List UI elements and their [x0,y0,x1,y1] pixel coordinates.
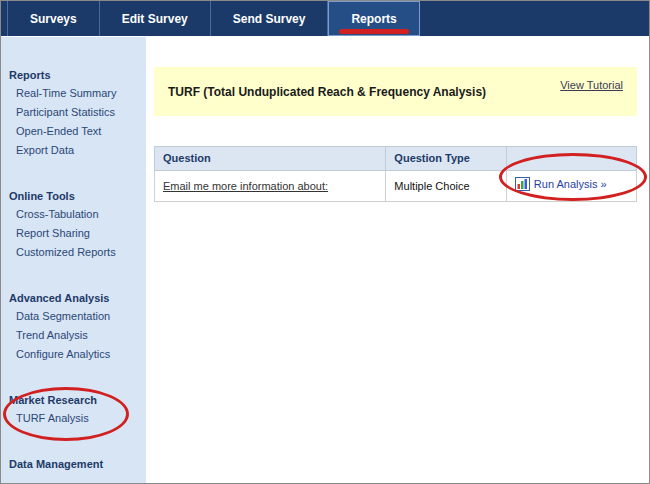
sidebar-section-market-research: Market Research TURF Analysis [1,392,146,428]
sidebar-item-export-data[interactable]: Export Data [1,141,146,160]
view-tutorial-link[interactable]: View Tutorial [560,79,623,91]
sidebar-heading-online-tools: Online Tools [1,188,146,205]
tab-edit-survey-label: Edit Survey [122,12,188,26]
table-row: Email me more information about: Multipl… [155,171,637,202]
sidebar-section-advanced-analysis: Advanced Analysis Data Segmentation Tren… [1,290,146,364]
question-type-cell: Multiple Choice [386,171,507,202]
sidebar-heading-advanced-analysis: Advanced Analysis [1,290,146,307]
main-content: TURF (Total Unduplicated Reach & Frequen… [146,37,649,484]
run-analysis-link[interactable]: Run Analysis » [534,178,607,190]
annotation-reports-underline [339,29,408,34]
sidebar-heading-reports: Reports [1,67,146,84]
tab-surveys[interactable]: Surveys [7,1,100,36]
page-title: TURF (Total Unduplicated Reach & Frequen… [168,79,486,100]
sidebar-item-turf-analysis[interactable]: TURF Analysis [1,409,146,428]
column-header-action [506,147,636,171]
tab-reports[interactable]: Reports [328,1,419,36]
page-body: Reports Real-Time Summary Participant St… [1,37,649,484]
question-table: Question Question Type Email me more inf… [154,146,637,202]
sidebar-section-data-management: Data Management [1,456,146,473]
sidebar-item-participant-statistics[interactable]: Participant Statistics [1,103,146,122]
sidebar-item-data-segmentation[interactable]: Data Segmentation [1,307,146,326]
sidebar-item-trend-analysis[interactable]: Trend Analysis [1,326,146,345]
sidebar-section-online-tools: Online Tools Cross-Tabulation Report Sha… [1,188,146,262]
sidebar-item-open-ended-text[interactable]: Open-Ended Text [1,122,146,141]
column-header-question: Question [155,147,386,171]
tab-send-survey-label: Send Survey [233,12,306,26]
sidebar-item-real-time-summary[interactable]: Real-Time Summary [1,84,146,103]
question-link[interactable]: Email me more information about: [163,180,328,192]
column-header-question-type: Question Type [386,147,507,171]
sidebar-item-configure-analytics[interactable]: Configure Analytics [1,345,146,364]
sidebar-item-cross-tabulation[interactable]: Cross-Tabulation [1,205,146,224]
question-cell: Email me more information about: [155,171,386,202]
chart-icon[interactable] [515,177,530,195]
sidebar-item-customized-reports[interactable]: Customized Reports [1,243,146,262]
sidebar-heading-data-management: Data Management [1,456,146,473]
sidebar: Reports Real-Time Summary Participant St… [1,37,146,484]
sidebar-item-report-sharing[interactable]: Report Sharing [1,224,146,243]
tab-reports-label: Reports [351,12,396,26]
app-window: Surveys Edit Survey Send Survey Reports … [0,0,650,484]
tab-surveys-label: Surveys [30,12,77,26]
action-cell: Run Analysis » [506,171,636,202]
turf-title-box: TURF (Total Unduplicated Reach & Frequen… [154,67,637,116]
sidebar-section-reports: Reports Real-Time Summary Participant St… [1,67,146,160]
sidebar-heading-market-research: Market Research [1,392,146,409]
tab-send-survey[interactable]: Send Survey [211,1,329,36]
tab-edit-survey[interactable]: Edit Survey [100,1,211,36]
top-nav: Surveys Edit Survey Send Survey Reports [1,1,649,37]
table-header-row: Question Question Type [155,147,637,171]
